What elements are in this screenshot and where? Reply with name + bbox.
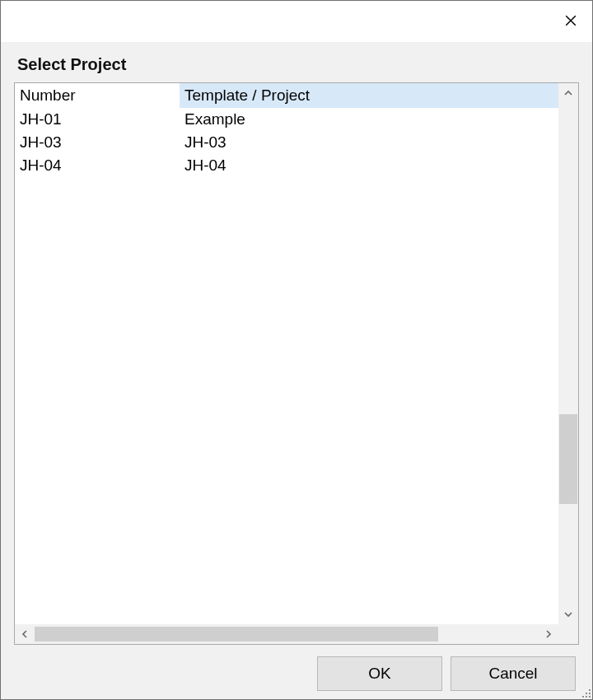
project-table: Number Template / Project JH-01 Example … [14, 82, 579, 645]
vertical-scrollbar[interactable] [558, 83, 578, 624]
scroll-left-button[interactable] [15, 624, 35, 644]
chevron-down-icon [564, 610, 572, 618]
horizontal-scroll-thumb[interactable] [35, 627, 438, 642]
column-header-template[interactable]: Template / Project [180, 83, 558, 108]
titlebar [1, 1, 592, 42]
scroll-corner [558, 624, 578, 644]
chevron-right-icon [544, 630, 553, 638]
cancel-button[interactable]: Cancel [451, 656, 576, 691]
dialog-body: Select Project Number Template / Project… [1, 42, 592, 699]
button-row: OK Cancel [14, 645, 579, 691]
dialog-window: Select Project Number Template / Project… [0, 0, 593, 700]
cell-number: JH-04 [15, 156, 180, 175]
scroll-right-button[interactable] [539, 624, 558, 644]
cell-number: JH-03 [15, 133, 180, 152]
cell-template: Example [180, 110, 558, 128]
scroll-up-button[interactable] [558, 83, 578, 103]
close-icon [564, 12, 577, 30]
chevron-up-icon [564, 89, 572, 97]
horizontal-scroll-track[interactable] [35, 624, 539, 644]
ok-button[interactable]: OK [317, 656, 442, 691]
table-body: JH-01 Example JH-03 JH-03 JH-04 JH-04 [15, 108, 558, 624]
vertical-scroll-thumb[interactable] [559, 414, 577, 505]
scroll-down-button[interactable] [558, 604, 578, 624]
column-header-number[interactable]: Number [15, 83, 180, 108]
dialog-title: Select Project [17, 55, 579, 74]
cell-template: JH-04 [180, 156, 558, 175]
horizontal-scrollbar[interactable] [15, 624, 578, 644]
table-header: Number Template / Project [15, 83, 558, 108]
chevron-left-icon [21, 630, 29, 638]
close-button[interactable] [559, 9, 582, 32]
cell-template: JH-03 [180, 133, 558, 152]
cell-number: JH-01 [15, 110, 180, 128]
vertical-scroll-track[interactable] [558, 103, 578, 604]
resize-grip [577, 684, 591, 698]
table-row[interactable]: JH-04 JH-04 [15, 154, 558, 177]
table-scroll-wrap: Number Template / Project JH-01 Example … [15, 83, 578, 624]
table-main: Number Template / Project JH-01 Example … [15, 83, 558, 624]
table-row[interactable]: JH-03 JH-03 [15, 131, 558, 154]
table-row[interactable]: JH-01 Example [15, 108, 558, 131]
